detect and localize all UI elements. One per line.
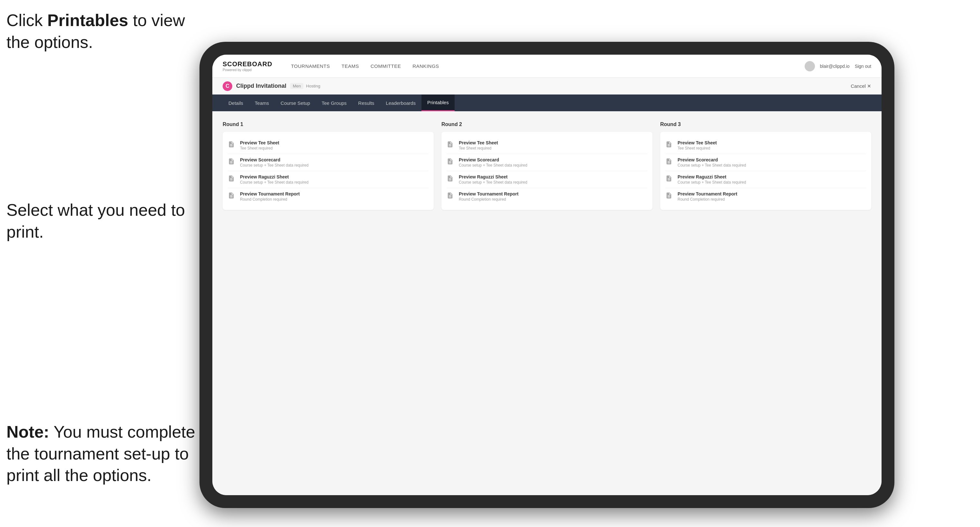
- round3-tee-sheet-title: Preview Tee Sheet: [678, 140, 717, 145]
- annotation-bold-printables: Printables: [47, 11, 128, 30]
- round-3-section: Round 3 Preview Tee Sheet Tee Sheet requ…: [660, 122, 871, 210]
- round3-scorecard-sub: Course setup + Tee Sheet data required: [678, 163, 746, 168]
- tablet-screen: SCOREBOARD Powered by clippd TOURNAMENTS…: [212, 55, 881, 495]
- logo-area: SCOREBOARD Powered by clippd: [223, 60, 272, 72]
- round2-raguzzi-title: Preview Raguzzi Sheet: [459, 174, 527, 179]
- tournament-logo: C: [223, 81, 232, 91]
- rounds-grid: Round 1 Preview Tee Sheet Tee Sheet requ…: [223, 122, 871, 210]
- round2-scorecard[interactable]: Preview Scorecard Course setup + Tee She…: [447, 154, 648, 171]
- round2-scorecard-icon: [447, 158, 456, 167]
- round3-report-title: Preview Tournament Report: [678, 191, 737, 197]
- raguzzi-icon: [228, 175, 237, 184]
- round3-tournament-report[interactable]: Preview Tournament Report Round Completi…: [665, 188, 866, 205]
- user-avatar: [805, 61, 815, 71]
- round1-scorecard-sub: Course setup + Tee Sheet data required: [240, 163, 309, 168]
- round3-scorecard-icon: [665, 158, 675, 167]
- cancel-button[interactable]: Cancel ✕: [851, 83, 871, 89]
- round1-raguzzi-sub: Course setup + Tee Sheet data required: [240, 180, 309, 184]
- tab-bar: Details Teams Course Setup Tee Groups Re…: [212, 95, 881, 111]
- tablet-shell: SCOREBOARD Powered by clippd TOURNAMENTS…: [199, 42, 894, 508]
- tournament-header: C Clippd Invitational Men Hosting Cancel…: [212, 78, 881, 95]
- tab-teams[interactable]: Teams: [249, 95, 275, 111]
- nav-tournaments[interactable]: TOURNAMENTS: [285, 63, 336, 69]
- round1-tournament-report[interactable]: Preview Tournament Report Round Completi…: [228, 188, 428, 205]
- main-content: Round 1 Preview Tee Sheet Tee Sheet requ…: [212, 111, 881, 495]
- tab-leaderboards[interactable]: Leaderboards: [380, 95, 422, 111]
- round2-report-title: Preview Tournament Report: [459, 191, 519, 197]
- round2-tee-sheet-title: Preview Tee Sheet: [459, 140, 498, 145]
- round1-tee-sheet-sub: Tee Sheet required: [240, 146, 279, 151]
- round-3-card: Preview Tee Sheet Tee Sheet required Pre…: [660, 132, 871, 210]
- sign-out-link[interactable]: Sign out: [855, 63, 871, 69]
- tab-printables[interactable]: Printables: [422, 95, 455, 111]
- round3-tee-sheet-sub: Tee Sheet required: [678, 146, 717, 151]
- round2-raguzzi[interactable]: Preview Raguzzi Sheet Course setup + Tee…: [447, 171, 648, 188]
- round1-raguzzi-title: Preview Raguzzi Sheet: [240, 174, 309, 179]
- round-1-title: Round 1: [223, 122, 434, 127]
- round1-tee-sheet-title: Preview Tee Sheet: [240, 140, 279, 145]
- round2-tee-sheet-sub: Tee Sheet required: [459, 146, 498, 151]
- round2-scorecard-title: Preview Scorecard: [459, 157, 527, 162]
- scorecard-icon: [228, 158, 237, 167]
- round1-report-sub: Round Completion required: [240, 197, 300, 202]
- round3-raguzzi[interactable]: Preview Raguzzi Sheet Course setup + Tee…: [665, 171, 866, 188]
- round-2-card: Preview Tee Sheet Tee Sheet required Pre…: [441, 132, 652, 210]
- nav-teams[interactable]: TEAMS: [336, 63, 365, 69]
- tee-sheet-icon: [228, 141, 237, 150]
- round1-scorecard[interactable]: Preview Scorecard Course setup + Tee She…: [228, 154, 428, 171]
- round-1-card: Preview Tee Sheet Tee Sheet required Pre…: [223, 132, 434, 210]
- round3-report-icon: [665, 192, 675, 201]
- annotation-note-bold: Note:: [6, 422, 49, 441]
- annotation-note: Note: You must complete the tournament s…: [6, 421, 199, 486]
- logo-title: SCOREBOARD: [223, 60, 272, 68]
- round2-tee-sheet[interactable]: Preview Tee Sheet Tee Sheet required: [447, 137, 648, 154]
- top-nav-links: TOURNAMENTS TEAMS COMMITTEE RANKINGS: [285, 63, 804, 69]
- tab-details[interactable]: Details: [223, 95, 249, 111]
- tournament-badge: Men: [290, 83, 303, 89]
- report-icon: [228, 192, 237, 201]
- annotation-select-print: Select what you need to print.: [6, 199, 187, 243]
- round2-tournament-report[interactable]: Preview Tournament Report Round Completi…: [447, 188, 648, 205]
- round2-raguzzi-icon: [447, 175, 456, 184]
- round3-tee-sheet[interactable]: Preview Tee Sheet Tee Sheet required: [665, 137, 866, 154]
- round3-report-sub: Round Completion required: [678, 197, 737, 202]
- round2-report-icon: [447, 192, 456, 201]
- round3-raguzzi-sub: Course setup + Tee Sheet data required: [678, 180, 746, 184]
- round1-raguzzi[interactable]: Preview Raguzzi Sheet Course setup + Tee…: [228, 171, 428, 188]
- round1-report-title: Preview Tournament Report: [240, 191, 300, 197]
- tournament-name: Clippd Invitational: [236, 83, 286, 89]
- round2-tee-sheet-icon: [447, 141, 456, 150]
- tab-course-setup[interactable]: Course Setup: [275, 95, 316, 111]
- top-nav-right: blair@clippd.io Sign out: [805, 61, 871, 71]
- top-nav: SCOREBOARD Powered by clippd TOURNAMENTS…: [212, 55, 881, 78]
- round1-scorecard-title: Preview Scorecard: [240, 157, 309, 162]
- round3-raguzzi-icon: [665, 175, 675, 184]
- round2-scorecard-sub: Course setup + Tee Sheet data required: [459, 163, 527, 168]
- annotation-click-printables: Click Printables to view the options.: [6, 10, 193, 53]
- round1-tee-sheet[interactable]: Preview Tee Sheet Tee Sheet required: [228, 137, 428, 154]
- round-2-title: Round 2: [441, 122, 652, 127]
- round2-report-sub: Round Completion required: [459, 197, 519, 202]
- round3-scorecard[interactable]: Preview Scorecard Course setup + Tee She…: [665, 154, 866, 171]
- round3-tee-sheet-icon: [665, 141, 675, 150]
- user-email: blair@clippd.io: [820, 63, 850, 69]
- round-3-title: Round 3: [660, 122, 871, 127]
- round2-raguzzi-sub: Course setup + Tee Sheet data required: [459, 180, 527, 184]
- round-1-section: Round 1 Preview Tee Sheet Tee Sheet requ…: [223, 122, 434, 210]
- logo-subtitle: Powered by clippd: [223, 68, 272, 72]
- round3-scorecard-title: Preview Scorecard: [678, 157, 746, 162]
- round-2-section: Round 2 Preview Tee Sheet Tee Sheet requ…: [441, 122, 652, 210]
- nav-committee[interactable]: COMMITTEE: [365, 63, 407, 69]
- round3-raguzzi-title: Preview Raguzzi Sheet: [678, 174, 746, 179]
- nav-rankings[interactable]: RANKINGS: [407, 63, 445, 69]
- tab-tee-groups[interactable]: Tee Groups: [316, 95, 353, 111]
- tournament-status: Hosting: [306, 84, 320, 89]
- tab-results[interactable]: Results: [352, 95, 380, 111]
